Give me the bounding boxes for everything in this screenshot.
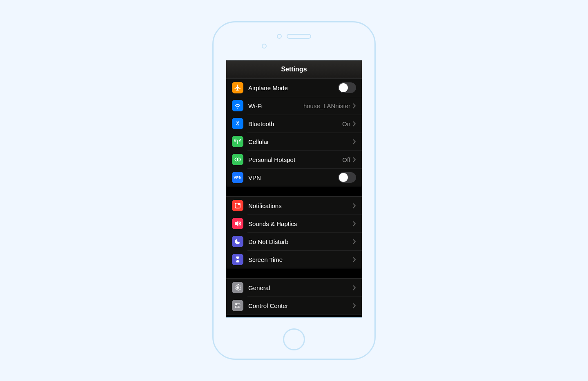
row-cellular[interactable]: Cellular [226,133,362,151]
screentime-icon [232,254,243,265]
svg-point-6 [236,303,237,305]
row-label: Wi-Fi [248,102,303,109]
row-wifi[interactable]: Wi-Fi house_LANnister [226,97,362,115]
proximity-dot-icon [262,44,267,49]
notifications-icon [232,200,243,211]
row-do-not-disturb[interactable]: Do Not Disturb [226,233,362,250]
row-bluetooth[interactable]: Bluetooth On [226,115,362,133]
controlcenter-icon [232,300,243,311]
chevron-right-icon [353,257,356,262]
svg-point-8 [238,306,240,308]
vpn-icon: VPN [232,172,243,183]
chevron-right-icon [353,221,356,226]
row-value: house_LANnister [303,102,350,109]
airplane-toggle[interactable] [338,82,356,93]
row-value: Off [342,156,350,163]
phone-frame: Settings Airplane Mode Wi-Fi house [212,21,376,360]
row-label: Sounds & Haptics [248,220,353,227]
row-label: Bluetooth [248,120,342,127]
row-label: Airplane Mode [248,84,338,91]
row-label: General [248,284,353,291]
nav-title: Settings [281,66,307,73]
row-label: Cellular [248,138,353,145]
row-label: Notifications [248,202,353,209]
svg-point-4 [237,287,239,289]
row-label: Personal Hotspot [248,156,342,163]
settings-nav-bar: Settings [226,60,362,78]
chevron-right-icon [353,203,356,208]
phone-screen: Settings Airplane Mode Wi-Fi house [226,60,362,318]
settings-group-network: Airplane Mode Wi-Fi house_LANnister Blue [226,78,362,186]
chevron-right-icon [353,285,356,290]
dnd-icon [232,236,243,247]
row-label: Do Not Disturb [248,238,353,245]
chevron-right-icon [353,239,356,244]
chevron-right-icon [353,121,356,126]
speaker-slot-icon [287,34,311,39]
cellular-icon [232,136,243,147]
row-control-center[interactable]: Control Center [226,297,362,315]
row-sounds-haptics[interactable]: Sounds & Haptics [226,215,362,233]
sounds-icon [232,218,243,229]
airplane-icon [232,82,243,93]
row-value: On [342,120,350,127]
row-vpn[interactable]: VPN VPN [226,168,362,186]
row-airplane-mode[interactable]: Airplane Mode [226,79,362,97]
svg-point-3 [238,203,241,205]
row-general[interactable]: General [226,279,362,297]
camera-dot-icon [277,34,282,39]
settings-group-alerts: Notifications Sounds & Haptics Do Not Di… [226,196,362,268]
general-icon [232,282,243,293]
row-label: VPN [248,174,338,181]
row-screen-time[interactable]: Screen Time [226,250,362,268]
chevron-right-icon [353,303,356,308]
row-label: Screen Time [248,256,353,263]
vpn-toggle[interactable] [338,172,356,183]
row-personal-hotspot[interactable]: Personal Hotspot Off [226,151,362,168]
settings-group-system: General Control Center [226,278,362,315]
row-label: Control Center [248,302,353,309]
bluetooth-icon [232,118,243,129]
home-button[interactable] [283,328,305,350]
phone-speaker-row [277,34,311,39]
chevron-right-icon [353,157,356,162]
row-notifications[interactable]: Notifications [226,197,362,215]
settings-content[interactable]: Airplane Mode Wi-Fi house_LANnister Blue [226,78,362,317]
hotspot-icon [232,154,243,165]
chevron-right-icon [353,103,356,109]
chevron-right-icon [353,139,356,144]
wifi-icon [232,100,243,111]
